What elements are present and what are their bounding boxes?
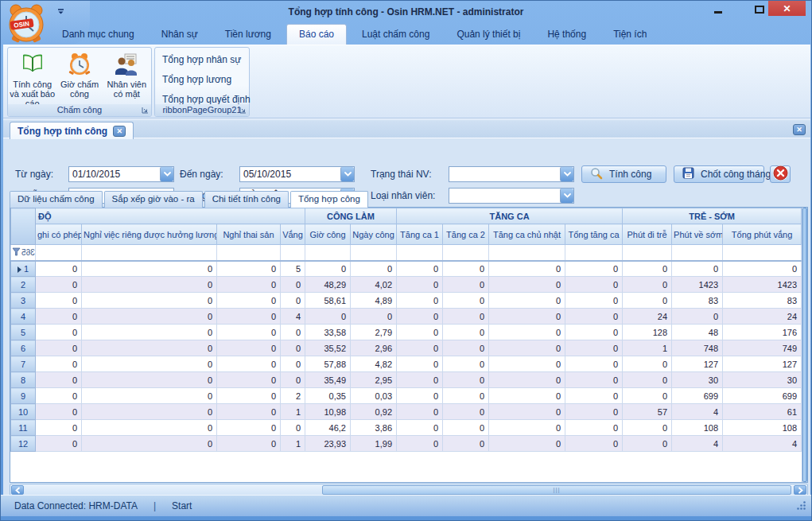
grid-cell[interactable]: 83 <box>723 293 802 309</box>
grid-cell[interactable]: 1423 <box>723 277 802 293</box>
grid-cell[interactable]: 0 <box>397 293 443 309</box>
grid-column-header[interactable]: Tổng tăng ca <box>565 224 623 245</box>
cancel-button[interactable] <box>770 165 791 183</box>
grid-column-header[interactable]: Vắng <box>281 224 305 245</box>
grid-cell[interactable]: 4 <box>723 436 802 452</box>
vertical-scrollbar[interactable] <box>802 208 807 482</box>
grid-cell[interactable]: 0 <box>82 388 217 404</box>
grid-cell[interactable]: 0 <box>443 325 489 340</box>
grid-cell[interactable]: 0 <box>489 293 565 309</box>
grid-cell[interactable]: 0 <box>36 372 82 388</box>
grid-cell[interactable]: 0 <box>489 277 565 293</box>
grid-cell[interactable]: 0 <box>565 261 623 277</box>
grid-cell[interactable]: 0 <box>36 325 82 340</box>
grid-cell[interactable]: 0 <box>397 404 443 420</box>
view-tab[interactable]: Dữ liệu chấm công <box>10 191 103 208</box>
grid-cell[interactable]: 0 <box>82 325 217 340</box>
grid-cell[interactable]: 0 <box>397 325 443 340</box>
grid-cell[interactable]: 46,2 <box>305 420 351 436</box>
filter-cell[interactable] <box>565 245 623 261</box>
grid-cell[interactable]: 10,98 <box>305 404 351 420</box>
tab-close-icon[interactable]: ✕ <box>113 126 126 137</box>
grid-cell[interactable]: 30 <box>672 372 723 388</box>
grid-cell[interactable]: 0 <box>36 404 82 420</box>
grid-cell[interactable]: 0 <box>36 309 82 325</box>
row-indicator[interactable]: 1 <box>11 261 36 277</box>
grid-cell[interactable]: 108 <box>672 420 723 436</box>
grid-cell[interactable]: 4,82 <box>351 356 397 372</box>
grid-cell[interactable]: 0 <box>489 325 565 340</box>
grid-cell[interactable]: 0 <box>443 293 489 309</box>
grid-band-header[interactable]: ĐỘ <box>36 208 305 224</box>
grid-cell[interactable]: 0 <box>623 420 672 436</box>
grid-cell[interactable]: 127 <box>723 356 802 372</box>
grid-cell[interactable]: 24 <box>623 309 672 325</box>
grid-cell[interactable]: 0 <box>489 404 565 420</box>
row-indicator[interactable]: 12 <box>11 436 36 452</box>
chevron-down-icon[interactable] <box>160 167 173 181</box>
filter-cell[interactable] <box>623 245 672 261</box>
table-row[interactable]: 4000400000024024 <box>11 309 802 325</box>
view-tab[interactable]: Chi tiết tính công <box>204 191 289 208</box>
dialog-launcher-icon[interactable] <box>238 105 248 115</box>
grid-cell[interactable]: 2,95 <box>351 372 397 388</box>
grid-cell[interactable]: 0 <box>623 372 672 388</box>
grid-cell[interactable]: 0 <box>565 293 623 309</box>
table-row[interactable]: 6000035,522,9600001748749 <box>11 340 802 356</box>
grid-cell[interactable]: 0,92 <box>351 404 397 420</box>
grid-cell[interactable]: 0 <box>489 420 565 436</box>
grid-cell[interactable]: 0 <box>82 277 217 293</box>
grid-cell[interactable]: 0 <box>397 388 443 404</box>
filter-cell[interactable] <box>305 245 351 261</box>
table-row[interactable]: 8000035,492,95000003030 <box>11 372 802 388</box>
grid-cell[interactable]: 699 <box>672 388 723 404</box>
grid-cell[interactable]: 0 <box>489 388 565 404</box>
ribbon-button[interactable]: Giờ chấm công <box>56 50 103 108</box>
lock-month-button[interactable]: Chốt công tháng <box>674 165 764 183</box>
grid-cell[interactable]: 0 <box>82 309 217 325</box>
grid-cell[interactable]: 0 <box>565 309 623 325</box>
grid-cell[interactable]: 0 <box>397 309 443 325</box>
grid-cell[interactable]: 0 <box>443 277 489 293</box>
vertical-scrollbar-thumb[interactable] <box>802 208 807 482</box>
grid-cell[interactable]: 3,86 <box>351 420 397 436</box>
grid-cell[interactable]: 0 <box>305 309 351 325</box>
grid-cell[interactable]: 749 <box>723 340 802 356</box>
grid-cell[interactable]: 0 <box>565 436 623 452</box>
grid-cell[interactable]: 0 <box>443 261 489 277</box>
grid-cell[interactable]: 58,61 <box>305 293 351 309</box>
grid-cell[interactable]: 128 <box>623 325 672 340</box>
to-date-picker[interactable]: 05/10/2015 <box>239 166 355 182</box>
grid-cell[interactable]: 0 <box>565 404 623 420</box>
grid-cell[interactable]: 0 <box>217 388 281 404</box>
grid-band-header[interactable]: CÔNG LÀM <box>305 208 397 224</box>
grid-column-header[interactable]: Tăng ca 1 <box>397 224 443 245</box>
filter-cell[interactable] <box>281 245 305 261</box>
row-indicator[interactable]: 11 <box>11 420 36 436</box>
grid-cell[interactable]: 0 <box>397 277 443 293</box>
table-row[interactable]: 3000058,614,89000008383 <box>11 293 802 309</box>
grid-cell[interactable]: 0 <box>36 261 82 277</box>
row-indicator[interactable]: 2 <box>11 277 36 293</box>
grid-cell[interactable]: 0 <box>217 293 281 309</box>
grid-column-header[interactable]: Nghỉ thai sản <box>217 224 281 245</box>
document-close-button[interactable]: ✕ <box>793 124 806 135</box>
grid-cell[interactable]: 0 <box>623 261 672 277</box>
table-row[interactable]: 12000123,931,990000044 <box>11 436 802 452</box>
grid-cell[interactable]: 0 <box>443 356 489 372</box>
grid-column-header[interactable]: Nghỉ việc riêng được hưởng lương <box>82 224 217 245</box>
grid-cell[interactable]: 0 <box>82 436 217 452</box>
filter-row-indicator[interactable]: 365 <box>11 245 36 261</box>
grid-cell[interactable]: 35,49 <box>305 372 351 388</box>
from-date-picker[interactable]: 01/10/2015 <box>68 166 174 182</box>
filter-cell[interactable] <box>36 245 82 261</box>
grid-cell[interactable]: 0 <box>443 340 489 356</box>
grid-cell[interactable]: 0 <box>565 356 623 372</box>
filter-cell[interactable] <box>489 245 565 261</box>
grid-cell[interactable]: 0 <box>443 420 489 436</box>
filter-cell[interactable] <box>217 245 281 261</box>
grid-cell[interactable]: 0 <box>36 388 82 404</box>
grid-column-header[interactable]: Tăng ca chủ nhật <box>489 224 565 245</box>
grid-cell[interactable]: 0 <box>82 356 217 372</box>
grid-cell[interactable]: 0 <box>217 340 281 356</box>
